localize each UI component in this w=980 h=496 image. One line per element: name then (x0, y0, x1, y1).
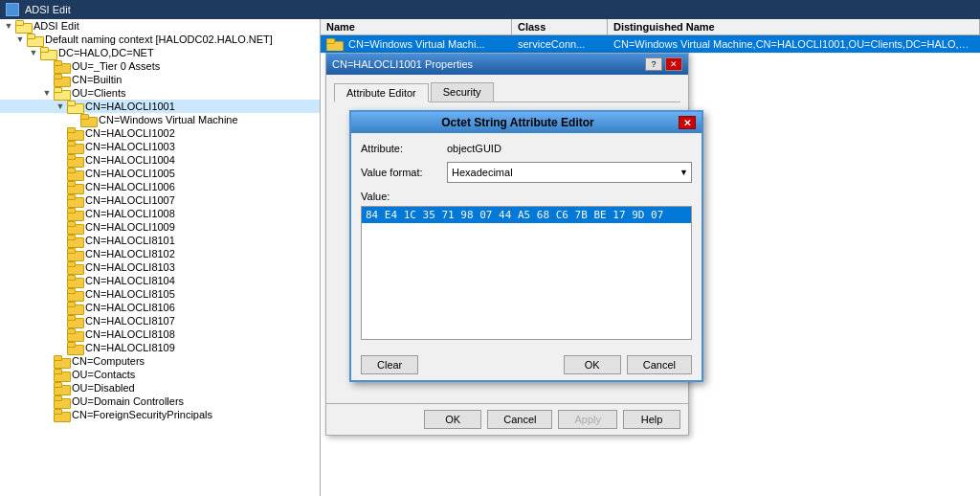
tree-item-label: CN=HALOCLI8107 (85, 315, 175, 327)
tree-item-cn-halocli1007[interactable]: CN=HALOCLI1007 (0, 193, 320, 207)
properties-title-buttons: ? ✕ (645, 57, 682, 71)
value-display[interactable]: 84 E4 1C 35 71 98 07 44 A5 68 C6 7B BE 1… (361, 206, 692, 340)
tree-root[interactable]: ▼ ADSI Edit (0, 19, 320, 33)
tree-item-cn-halocli1002[interactable]: CN=HALOCLI1002 (0, 126, 320, 140)
tree-item-label: DC=HALO,DC=NET (58, 47, 154, 58)
tree-folder-icon (67, 235, 82, 246)
tree-item-cn-halocli8102[interactable]: CN=HALOCLI8102 (0, 247, 320, 260)
tree-folder-icon (67, 194, 82, 206)
tree-folder-icon (67, 154, 82, 166)
expand-icon: ▼ (27, 48, 40, 57)
tree-item-label: CN=HALOCLI1005 (85, 168, 175, 179)
tree-item-cn-builtin[interactable]: CN=Builtin (0, 73, 320, 86)
octet-cancel-btn[interactable]: Cancel (627, 355, 692, 374)
tree-item-label: CN=ForeignSecurityPrincipals (72, 409, 212, 420)
tree-folder-icon (67, 221, 82, 233)
tree-item-label: CN=HALOCLI1007 (85, 194, 175, 206)
tree-item-ou-tier0[interactable]: OU=_Tier 0 Assets (0, 59, 320, 73)
tree-folder-icon (67, 342, 82, 353)
tree-item-cn-halocli1008[interactable]: CN=HALOCLI1008 (0, 207, 320, 220)
tree-item-label: CN=HALOCLI8101 (85, 235, 175, 246)
tab-security[interactable]: Security (431, 82, 494, 101)
properties-help-footer-btn[interactable]: Help (623, 410, 680, 429)
tree-folder-icon (40, 47, 56, 58)
tree-item-dc-halo[interactable]: ▼DC=HALO,DC=NET (0, 46, 320, 59)
tree-folder-icon (67, 168, 82, 179)
tree-folder-icon (54, 409, 69, 420)
tree-item-label: CN=HALOCLI8104 (85, 275, 175, 286)
tree-item-cn-windows-vm[interactable]: CN=Windows Virtual Machine (0, 113, 320, 126)
tree-item-label: CN=HALOCLI1006 (85, 181, 175, 192)
tree-folder-icon (27, 34, 42, 45)
tree-item-cn-computers[interactable]: CN=Computers (0, 354, 320, 368)
tree-item-cn-halocli8106[interactable]: CN=HALOCLI8106 (0, 301, 320, 314)
properties-apply-btn[interactable]: Apply (558, 410, 617, 429)
folder-icon (15, 20, 31, 32)
tree-item-cn-halocli1003[interactable]: CN=HALOCLI1003 (0, 140, 320, 153)
value-format-select-wrapper: HexadecimalOctalDecimalBinary (447, 162, 692, 183)
tree-item-cn-halocli8103[interactable]: CN=HALOCLI8103 (0, 260, 320, 274)
row-folder-icon (326, 38, 342, 50)
tree-item-cn-foreign-security[interactable]: CN=ForeignSecurityPrincipals (0, 408, 320, 421)
tree-folder-icon (67, 261, 82, 273)
tree-folder-icon (67, 302, 82, 313)
octet-actions-left: Clear (361, 355, 418, 374)
tree-item-cn-halocli1004[interactable]: CN=HALOCLI1004 (0, 153, 320, 167)
tree-item-cn-halocli1005[interactable]: CN=HALOCLI1005 (0, 167, 320, 180)
tree-item-label: CN=HALOCLI8109 (85, 342, 175, 353)
tree-folder-icon (67, 275, 82, 286)
tab-attribute-editor[interactable]: Attribute Editor (334, 83, 429, 102)
properties-ok-btn[interactable]: OK (424, 410, 481, 429)
expand-icon: ▼ (40, 88, 54, 98)
tree-item-ou-disabled[interactable]: OU=Disabled (0, 381, 320, 395)
tree-item-label: CN=HALOCLI8105 (85, 288, 175, 300)
tree-folder-icon (54, 74, 69, 85)
tree-item-label: OU=Disabled (72, 382, 135, 394)
octet-clear-btn[interactable]: Clear (361, 355, 418, 374)
tree-item-label: CN=HALOCLI8106 (85, 302, 175, 313)
tree-item-cn-halocli1006[interactable]: CN=HALOCLI1006 (0, 180, 320, 193)
tree-item-cn-halocli8101[interactable]: CN=HALOCLI8101 (0, 234, 320, 247)
tree-item-cn-halocli8104[interactable]: CN=HALOCLI8104 (0, 274, 320, 287)
properties-close-btn[interactable]: ✕ (665, 57, 682, 71)
tree-item-cn-halocli8107[interactable]: CN=HALOCLI8107 (0, 314, 320, 327)
tree-item-cn-halocli1001[interactable]: ▼CN=HALOCLI1001 (0, 100, 320, 113)
tree-item-cn-halocli8109[interactable]: CN=HALOCLI8109 (0, 341, 320, 354)
properties-help-btn[interactable]: ? (645, 57, 662, 71)
cell-dn: CN=Windows Virtual Machine,CN=HALOCLI100… (608, 37, 980, 51)
list-row[interactable]: CN=Windows Virtual Machi... serviceConn.… (321, 35, 980, 54)
tree-item-naming-context[interactable]: ▼Default naming context [HALODC02.HALO.N… (0, 33, 320, 46)
value-section: Value: 84 E4 1C 35 71 98 07 44 A5 68 C6 … (361, 191, 692, 340)
expand-icon: ▼ (13, 34, 27, 44)
col-header-dn[interactable]: Distinguished Name (608, 19, 980, 34)
tree-item-cn-halocli8105[interactable]: CN=HALOCLI8105 (0, 287, 320, 301)
tree-item-ou-clients[interactable]: ▼OU=Clients (0, 86, 320, 100)
attribute-label: Attribute: (361, 143, 447, 154)
list-header: Name Class Distinguished Name (321, 19, 980, 35)
tree-item-ou-domain-controllers[interactable]: OU=Domain Controllers (0, 395, 320, 408)
properties-cancel-btn[interactable]: Cancel (487, 410, 552, 429)
expand-icon: ▼ (54, 101, 67, 111)
tree-item-cn-halocli8108[interactable]: CN=HALOCLI8108 (0, 327, 320, 341)
tree-item-label: OU=Clients (72, 87, 126, 99)
tree-root-label: ADSI Edit (33, 20, 79, 32)
tree-item-label: CN=Windows Virtual Machine (99, 114, 238, 125)
tree-item-label: CN=HALOCLI1001 (85, 101, 175, 112)
tree-folder-icon (67, 315, 82, 327)
tree-item-cn-halocli1009[interactable]: CN=HALOCLI1009 (0, 220, 320, 234)
value-label: Value: (361, 191, 692, 202)
octet-ok-btn[interactable]: OK (564, 355, 621, 374)
octet-close-btn[interactable]: ✕ (679, 116, 696, 129)
properties-title: CN=HALOCLI1001 Properties (332, 58, 473, 70)
tree-item-ou-contacts[interactable]: OU=Contacts (0, 368, 320, 381)
col-header-class[interactable]: Class (512, 19, 608, 34)
tree-folder-icon (67, 328, 82, 340)
col-header-name[interactable]: Name (321, 19, 512, 34)
title-bar: ADSI Edit (0, 0, 980, 19)
value-format-select[interactable]: HexadecimalOctalDecimalBinary (447, 162, 692, 183)
tree-item-label: CN=HALOCLI8102 (85, 248, 175, 259)
app-icon (6, 3, 19, 16)
cell-class: serviceConn... (512, 37, 608, 51)
tree-folder-icon (54, 355, 69, 367)
tree-folder-icon (54, 369, 69, 380)
